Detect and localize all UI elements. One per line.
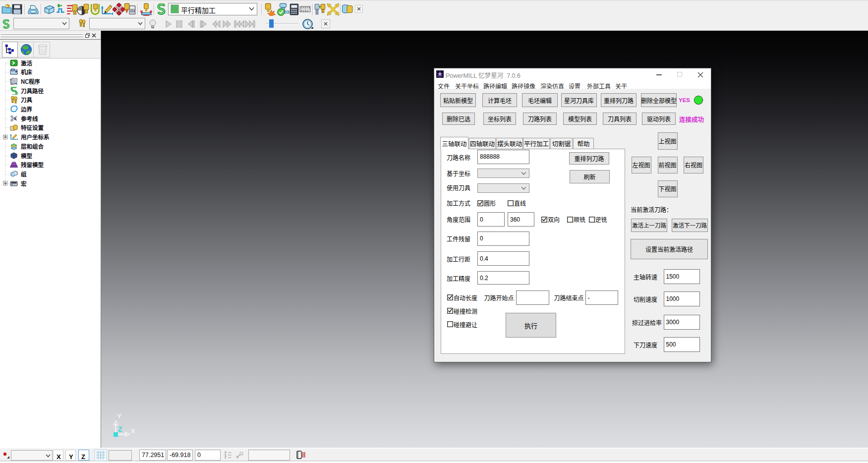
svg-text:Y: Y bbox=[117, 412, 121, 420]
svg-text:X: X bbox=[131, 427, 135, 435]
svg-text:Z: Z bbox=[118, 425, 122, 433]
